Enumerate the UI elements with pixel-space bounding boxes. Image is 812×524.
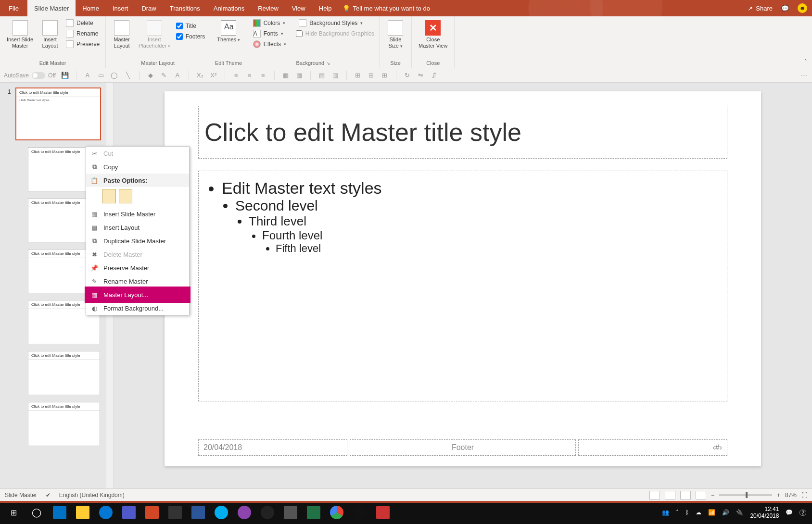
zoom-slider[interactable] [719, 494, 772, 496]
body-placeholder[interactable]: Edit Master text styles Second level Thi… [198, 171, 727, 401]
master-thumbnail[interactable]: 1 Click to edit Master title style • Edi… [15, 87, 101, 140]
normal-view-button[interactable] [649, 491, 660, 499]
autosave-toggle[interactable]: AutoSave Off [4, 72, 56, 79]
date-placeholder[interactable]: 20/04/2018 [198, 439, 347, 456]
effects-button[interactable]: Effects [251, 39, 288, 49]
reading-view-button[interactable] [680, 491, 691, 499]
send-backward-icon[interactable]: ▥ [331, 71, 340, 80]
footer-placeholder[interactable]: Footer [350, 439, 576, 456]
taskbar-calculator[interactable] [164, 503, 187, 522]
tab-animations[interactable]: Animations [207, 0, 251, 16]
slide-size-button[interactable]: Slide Size [383, 18, 407, 51]
bluetooth-icon[interactable]: ᛒ [685, 509, 689, 516]
layout-thumbnail-6[interactable]: Click to edit Master title style [28, 402, 100, 446]
ctx-copy[interactable]: ⧉Copy [86, 160, 189, 174]
slideshow-view-button[interactable] [696, 491, 706, 499]
insert-placeholder-button[interactable]: Insert Placeholder [136, 18, 173, 51]
onedrive-icon[interactable]: ☁ [696, 509, 701, 516]
status-language[interactable]: English (United Kingdom) [59, 492, 125, 499]
layout-thumbnail-5[interactable]: Click to edit Master title style [28, 351, 100, 395]
close-master-view-button[interactable]: ✕ Close Master View [416, 18, 450, 51]
footers-check-input[interactable] [176, 33, 183, 40]
more-commands-icon[interactable]: ⋯ [799, 71, 808, 80]
slide-number-placeholder[interactable]: ‹#› [578, 439, 727, 456]
insert-layout-button[interactable]: Insert Layout [38, 18, 62, 51]
taskbar-outlook[interactable] [48, 503, 71, 522]
preserve-button[interactable]: Preserve [64, 39, 102, 49]
themes-button[interactable]: Aa Themes [214, 18, 242, 45]
sorter-view-button[interactable] [665, 491, 675, 499]
colors-button[interactable]: Colors [251, 18, 288, 28]
taskbar-app4[interactable] [371, 503, 394, 522]
bg-dialog-launcher[interactable]: ↘ [326, 61, 330, 66]
tab-transitions[interactable]: Transitions [163, 0, 207, 16]
ctx-duplicate[interactable]: ⧉Duplicate Slide Master [86, 234, 189, 248]
start-button[interactable]: ⊞ [2, 501, 25, 524]
people-icon[interactable]: 👥 [662, 509, 669, 516]
shape-fill-icon[interactable]: ◆ [146, 71, 155, 80]
superscript-icon[interactable]: X² [209, 71, 218, 80]
taskbar-word[interactable] [187, 503, 210, 522]
group-icon[interactable]: ▦ [295, 71, 304, 80]
ctx-rename[interactable]: ✎Rename Master [86, 274, 189, 288]
hide-bg-checkbox[interactable]: Hide Background Graphics [295, 29, 375, 38]
rename-button[interactable]: Rename [64, 29, 102, 38]
taskbar-slack[interactable] [233, 503, 256, 522]
notification-count[interactable]: 2 [799, 510, 806, 516]
zoom-in-button[interactable]: + [777, 492, 780, 499]
taskbar-excel[interactable] [302, 503, 325, 522]
delete-button[interactable]: Delete [64, 18, 102, 28]
align-objects-icon[interactable]: ⊞ [354, 71, 362, 80]
bring-forward-icon[interactable]: ▤ [317, 71, 326, 80]
master-layout-button[interactable]: Master Layout [110, 18, 134, 51]
tray-chevron-icon[interactable]: ˄ [676, 509, 679, 516]
ctx-master-layout[interactable]: ▦Master Layout... [86, 288, 189, 301]
save-icon[interactable]: 💾 [61, 71, 69, 80]
paste-option-theme[interactable] [102, 189, 116, 203]
ctx-delete-master[interactable]: ✖Delete Master [86, 248, 189, 261]
slide-canvas[interactable]: Click to edit Master title style Edit Ma… [114, 83, 812, 501]
tab-file[interactable]: File [0, 0, 27, 16]
distribute-h-icon[interactable]: ⊞ [367, 71, 376, 80]
rectangle-shape-icon[interactable]: ▭ [97, 71, 105, 80]
ctx-cut[interactable]: ✂Cut [86, 147, 189, 160]
title-checkbox[interactable]: Title [175, 21, 206, 31]
comments-icon[interactable]: 💬 [781, 5, 789, 12]
title-check-input[interactable] [176, 23, 183, 29]
title-placeholder[interactable]: Click to edit Master title style [198, 106, 727, 159]
ctx-insert-slide-master[interactable]: ▦Insert Slide Master [86, 207, 189, 221]
tab-view[interactable]: View [285, 0, 312, 16]
account-smiley-icon[interactable]: ☻ [798, 3, 807, 13]
line-shape-icon[interactable]: ╲ [124, 71, 132, 80]
arrange-icon[interactable]: ▦ [281, 71, 290, 80]
subscript-icon[interactable]: X₂ [196, 71, 204, 80]
align-center-icon[interactable]: ≡ [245, 71, 254, 80]
flip-v-icon[interactable]: ⇵ [430, 71, 439, 80]
hide-bg-input[interactable] [296, 30, 303, 37]
paste-option-keep[interactable] [119, 189, 132, 203]
cortana-button[interactable]: ◯ [25, 501, 48, 524]
rotate-icon[interactable]: ↻ [403, 71, 412, 80]
align-left-icon[interactable]: ≡ [232, 71, 241, 80]
taskbar-edge[interactable] [94, 503, 117, 522]
taskbar-skype[interactable] [210, 503, 233, 522]
textbox-icon[interactable]: A [83, 71, 92, 80]
taskbar-teams[interactable] [117, 503, 140, 522]
ctx-preserve[interactable]: 📌Preserve Master [86, 261, 189, 274]
tab-draw[interactable]: Draw [135, 0, 163, 16]
insert-slide-master-button[interactable]: Insert Slide Master [4, 18, 36, 51]
taskbar-clock[interactable]: 12:41 20/04/2018 [750, 506, 779, 519]
collapse-ribbon-button[interactable]: ˄ [804, 59, 807, 65]
tab-help[interactable]: Help [312, 0, 339, 16]
action-center-icon[interactable]: 💬 [786, 509, 793, 516]
taskbar-app3[interactable] [348, 503, 371, 522]
tab-insert[interactable]: Insert [106, 0, 135, 16]
ctx-format-background[interactable]: ◐Format Background... [86, 301, 189, 315]
power-icon[interactable]: 🔌 [736, 509, 743, 516]
shape-outline-icon[interactable]: ✎ [160, 71, 168, 80]
tab-review[interactable]: Review [251, 0, 285, 16]
taskbar-app2[interactable] [279, 503, 302, 522]
ctx-insert-layout[interactable]: ▤Insert Layout [86, 221, 189, 234]
volume-icon[interactable]: 🔊 [722, 509, 729, 516]
zoom-out-button[interactable]: − [711, 492, 714, 499]
